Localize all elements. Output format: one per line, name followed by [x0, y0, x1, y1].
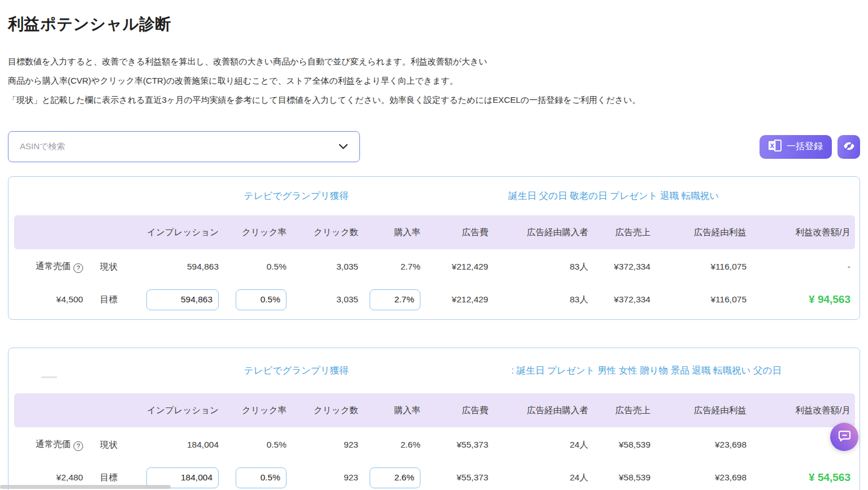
- ad-sales-value: ¥372,334: [593, 284, 655, 319]
- product-title-link[interactable]: テレビでグランプリ獲得: [244, 190, 349, 202]
- clicks-value: 3,035: [291, 249, 363, 284]
- improvement-value: -: [751, 249, 855, 284]
- col-ad-sales: 広告売上: [593, 215, 655, 249]
- col-improvement: 利益改善額/月: [751, 393, 855, 427]
- target-impressions-input[interactable]: [146, 289, 219, 310]
- svg-text:X: X: [770, 142, 774, 149]
- description-line: 「現状」と記載した欄に表示される直近3ヶ月の平均実績を参考にして目標値を入力して…: [8, 90, 860, 110]
- row-state-label: 現状: [88, 427, 130, 462]
- col-ctr: クリック率: [223, 215, 291, 249]
- col-empty: [14, 393, 88, 427]
- col-empty: [88, 393, 130, 427]
- chevron-down-icon: [338, 142, 348, 152]
- hide-names-button[interactable]: [837, 135, 860, 159]
- target-cvr-input[interactable]: [370, 467, 420, 488]
- ad-buyers-value: 83人: [493, 249, 593, 284]
- improvement-amount: ¥ 94,563: [751, 284, 855, 319]
- ad-profit-value: ¥23,698: [655, 427, 751, 462]
- col-ad-profit: 広告経由利益: [655, 215, 751, 249]
- help-icon[interactable]: ?: [73, 441, 83, 451]
- price-label: 通常売価: [36, 261, 71, 271]
- col-impressions: インプレッション: [130, 215, 223, 249]
- col-ad-buyers: 広告経由購入者: [493, 215, 593, 249]
- placeholder-dash: [41, 376, 57, 378]
- ad-buyers-value: 24人: [493, 462, 593, 490]
- col-clicks: クリック数: [291, 215, 363, 249]
- metrics-table: インプレッション クリック率 クリック数 購入率 広告費 広告経由購入者 広告売…: [14, 393, 855, 490]
- table-header-row: インプレッション クリック率 クリック数 購入率 広告費 広告経由購入者 広告売…: [14, 393, 855, 427]
- page-description: 目標数値を入力すると、改善できる利益額を算出し、改善額の大きい商品から自動で並び…: [8, 52, 860, 110]
- col-cvr: 購入率: [363, 215, 425, 249]
- chat-bubble-icon: [837, 428, 852, 445]
- target-cvr-input[interactable]: [370, 289, 420, 310]
- improvement-amount: ¥ 54,563: [751, 462, 855, 490]
- col-ad-profit: 広告経由利益: [655, 393, 751, 427]
- ad-cost-value: ¥55,373: [425, 462, 493, 490]
- ad-profit-value: ¥116,075: [655, 284, 751, 319]
- page-title: 利益ポテンシャル診断: [8, 14, 860, 35]
- product-title-link[interactable]: テレビでグランプリ獲得: [244, 365, 349, 377]
- ad-cost-value: ¥212,429: [425, 249, 493, 284]
- bulk-register-label: 一括登録: [787, 141, 823, 153]
- col-ad-sales: 広告売上: [593, 393, 655, 427]
- clicks-value: 3,035: [291, 284, 363, 319]
- description-line: 目標数値を入力すると、改善できる利益額を算出し、改善額の大きい商品から自動で並び…: [8, 52, 860, 71]
- cvr-value: 2.7%: [363, 249, 425, 284]
- table-header-row: インプレッション クリック率 クリック数 購入率 広告費 広告経由購入者 広告売…: [14, 215, 855, 249]
- ad-sales-value: ¥58,539: [593, 427, 655, 462]
- ad-profit-value: ¥116,075: [655, 249, 751, 284]
- impressions-value: 594,863: [130, 249, 223, 284]
- col-impressions: インプレッション: [130, 393, 223, 427]
- product-title-bar: テレビでグランプリ獲得 : 誕生日 プレゼント 男性 女性 贈り物 景品 退職 …: [14, 348, 854, 393]
- ad-sales-value: ¥58,539: [593, 462, 655, 490]
- excel-icon: X: [769, 140, 782, 154]
- ad-profit-value: ¥23,698: [655, 462, 751, 490]
- price-label: 通常売価: [36, 439, 71, 449]
- col-cvr: 購入率: [363, 393, 425, 427]
- horizontal-scrollbar[interactable]: [0, 485, 171, 489]
- current-row: 通常売価? 現状 184,004 0.5% 923 2.6% ¥55,373 2…: [14, 427, 855, 462]
- price-label-cell: 通常売価?: [14, 249, 88, 284]
- price-label-cell: 通常売価?: [14, 427, 88, 462]
- cvr-value: 2.6%: [363, 427, 425, 462]
- impressions-value: 184,004: [130, 427, 223, 462]
- product-card: テレビでグランプリ獲得 誕生日 父の日 敬老の日 プレゼント 退職 転職祝い イ…: [8, 176, 860, 320]
- row-state-label: 目標: [88, 284, 130, 319]
- product-card: テレビでグランプリ獲得 : 誕生日 プレゼント 男性 女性 贈り物 景品 退職 …: [8, 348, 860, 490]
- metrics-table: インプレッション クリック率 クリック数 購入率 広告費 広告経由購入者 広告売…: [14, 215, 855, 319]
- col-ad-cost: 広告費: [425, 215, 493, 249]
- chat-button[interactable]: [830, 423, 858, 451]
- ad-sales-value: ¥372,334: [593, 249, 655, 284]
- clicks-value: 923: [291, 462, 363, 490]
- asin-search-placeholder: ASINで検索: [20, 141, 65, 152]
- description-line: 商品から購入率(CVR)やクリック率(CTR)の改善施策に取り組むことで、ストア…: [8, 71, 860, 90]
- ad-cost-value: ¥55,373: [425, 427, 493, 462]
- col-ctr: クリック率: [223, 393, 291, 427]
- bulk-register-button[interactable]: X 一括登録: [760, 135, 832, 159]
- col-clicks: クリック数: [291, 393, 363, 427]
- col-empty: [14, 215, 88, 249]
- eye-off-icon: [843, 140, 856, 154]
- asin-search-select[interactable]: ASINで検索: [8, 131, 360, 162]
- product-title-bar: テレビでグランプリ獲得 誕生日 父の日 敬老の日 プレゼント 退職 転職祝い: [14, 177, 854, 215]
- ctr-value: 0.5%: [223, 427, 291, 462]
- col-ad-buyers: 広告経由購入者: [493, 393, 593, 427]
- target-ctr-input[interactable]: [236, 289, 287, 310]
- product-title-link[interactable]: 誕生日 父の日 敬老の日 プレゼント 退職 転職祝い: [509, 190, 719, 202]
- price-value: ¥4,500: [14, 284, 88, 319]
- toolbar: ASINで検索 X 一括登録: [8, 131, 860, 162]
- product-title-link[interactable]: : 誕生日 プレゼント 男性 女性 贈り物 景品 退職 転職祝い 父の日: [511, 365, 782, 377]
- ad-buyers-value: 83人: [493, 284, 593, 319]
- col-ad-cost: 広告費: [425, 393, 493, 427]
- ctr-value: 0.5%: [223, 249, 291, 284]
- ad-buyers-value: 24人: [493, 427, 593, 462]
- help-icon[interactable]: ?: [73, 263, 83, 273]
- target-ctr-input[interactable]: [236, 467, 287, 488]
- target-row: ¥4,500 目標 3,035 ¥212,429 83人 ¥372,334 ¥1…: [14, 284, 855, 319]
- current-row: 通常売価? 現状 594,863 0.5% 3,035 2.7% ¥212,42…: [14, 249, 855, 284]
- row-state-label: 現状: [88, 249, 130, 284]
- col-empty: [88, 215, 130, 249]
- col-improvement: 利益改善額/月: [751, 215, 855, 249]
- ad-cost-value: ¥212,429: [425, 284, 493, 319]
- clicks-value: 923: [291, 427, 363, 462]
